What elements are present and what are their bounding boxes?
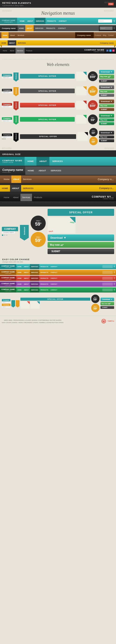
- color-nav-home-o[interactable]: HOME: [16, 270, 23, 275]
- color-search-icon-red[interactable]: ⚲: [114, 277, 115, 279]
- color-nav-home-t[interactable]: HOME: [16, 264, 23, 269]
- color-nav-about-p[interactable]: ABOUT: [23, 282, 30, 287]
- nav2-services[interactable]: SERVICES: [34, 25, 45, 31]
- download-btn-5[interactable]: Download ▼: [99, 131, 114, 135]
- nav3-about[interactable]: About: [8, 32, 16, 38]
- buy-btn-3[interactable]: Buy now: [99, 104, 114, 107]
- orig-nav1-home[interactable]: HOME: [25, 157, 36, 166]
- color-nav-services-p[interactable]: SERVICES: [30, 282, 39, 287]
- nav1-search[interactable]: Search...: [98, 19, 112, 22]
- orig-nav2-about[interactable]: ABOUT: [36, 166, 48, 175]
- color-search-icon-teal[interactable]: ⚲: [114, 266, 115, 268]
- color-search-green[interactable]: [102, 288, 113, 291]
- color-nav-services-o[interactable]: SERVICES: [30, 270, 39, 275]
- color-search-icon-orange[interactable]: ⚲: [114, 271, 115, 274]
- buy-btn-4[interactable]: Buy now: [99, 118, 114, 122]
- submit-btn-4[interactable]: SUBMIT: [99, 122, 114, 125]
- color-nav-services-t[interactable]: SERVICES: [30, 264, 39, 269]
- color-nav-products-o[interactable]: PRODUCTS: [39, 270, 50, 275]
- orig-nav4-about[interactable]: ABOUT: [10, 185, 21, 192]
- nav1-search-icon[interactable]: ⚲: [114, 20, 115, 22]
- color-nav-services-g[interactable]: SERVICES: [30, 288, 39, 292]
- color-nav-services-r[interactable]: SERVICES: [30, 276, 39, 281]
- color-nav-products-g[interactable]: PRODUCTS: [39, 288, 50, 292]
- nav2-search-icon[interactable]: ⚲: [114, 27, 115, 29]
- color-nav-products-p[interactable]: PRODUCTS: [39, 282, 50, 287]
- nav3-home[interactable]: Home: [1, 32, 8, 38]
- orig-nav2-home[interactable]: HOME: [25, 166, 36, 175]
- color-nav-about-r[interactable]: ABOUT: [23, 276, 30, 281]
- nav1-home[interactable]: HOME: [18, 18, 26, 24]
- color-nav-contact-o[interactable]: CONTACT: [50, 270, 58, 275]
- orig-download-btn[interactable]: Download ▼: [48, 234, 114, 241]
- color-nav-products-r[interactable]: PRODUCTS: [39, 276, 50, 281]
- ecc-download-btn[interactable]: Download ▼: [101, 298, 114, 301]
- nav5-home[interactable]: Home: [1, 48, 8, 54]
- ecc-buy-btn[interactable]: Buy now 49s: [101, 302, 114, 305]
- color-nav-about-g[interactable]: ABOUT: [23, 288, 30, 292]
- color-search-teal[interactable]: [102, 265, 113, 268]
- color-search-purple[interactable]: [102, 283, 113, 286]
- download-btn-2[interactable]: Download ▼: [99, 85, 114, 89]
- nav4-home[interactable]: Home: [0, 42, 8, 44]
- orig-nav2-services[interactable]: SERVICES: [48, 166, 63, 175]
- buy-btn-5[interactable]: Buy now: [99, 136, 114, 138]
- submit-btn-2[interactable]: SUBMIT: [99, 94, 114, 97]
- nav5-products[interactable]: Products: [25, 48, 34, 54]
- nav2-contact[interactable]: CONTACT: [57, 25, 67, 31]
- color-nav-contact-r[interactable]: CONTACT: [50, 276, 58, 281]
- color-search-icon-green[interactable]: ⚲: [114, 289, 115, 291]
- orig-nav5-services[interactable]: Services: [20, 194, 32, 201]
- twitter-icon[interactable]: t: [109, 50, 112, 52]
- nav1-products[interactable]: PRODUCTS: [46, 18, 57, 24]
- submit-btn-3[interactable]: SUBMIT: [99, 108, 114, 111]
- orig-buy-btn[interactable]: Buy now 49s: [48, 242, 114, 248]
- orig-nav5-home[interactable]: Home: [2, 194, 11, 201]
- color-nav-home-g[interactable]: HOME: [16, 288, 23, 292]
- nav3-services[interactable]: Services: [16, 32, 26, 38]
- color-nav-contact-p[interactable]: CONTACT: [50, 282, 58, 287]
- nav4-services[interactable]: SERVICES: [16, 42, 27, 44]
- buy-btn-2[interactable]: Buy now: [99, 90, 114, 93]
- ecc-bookmarks: [11, 300, 19, 306]
- nav5-services[interactable]: Services: [15, 48, 25, 54]
- nav1-about[interactable]: ABOUT: [26, 18, 35, 24]
- color-nav-contact-t[interactable]: CONTACT: [50, 264, 58, 269]
- color-nav-home-r[interactable]: HOME: [16, 276, 23, 281]
- instagram-icon[interactable]: in: [112, 50, 115, 52]
- color-search-icon-purple[interactable]: ⚲: [114, 283, 115, 285]
- submit-btn-1[interactable]: SUBMIT: [99, 80, 114, 82]
- orig-nav4-home[interactable]: HOME: [0, 187, 10, 190]
- orig-nav3-about[interactable]: About: [11, 176, 21, 183]
- nav5-about[interactable]: About: [8, 48, 15, 54]
- orig-nav5-products[interactable]: Products: [32, 194, 44, 201]
- color-search-orange[interactable]: [102, 271, 113, 274]
- download-btn-3[interactable]: Download ▼: [99, 100, 114, 104]
- orig-nav1-services[interactable]: SERVICES: [50, 157, 65, 166]
- nav1-services[interactable]: SERVICES: [35, 18, 46, 24]
- download-btn-1[interactable]: Download ▼: [99, 70, 114, 74]
- submit-btn-5[interactable]: SUBMIT: [99, 139, 114, 142]
- orig-nav1-about[interactable]: ABOUT: [36, 157, 50, 166]
- color-nav-home-p[interactable]: HOME: [16, 282, 23, 287]
- nav4-about[interactable]: ABOUT: [8, 40, 16, 46]
- orig-nav3-services[interactable]: Services: [21, 176, 33, 183]
- orig-submit-btn[interactable]: SUBMIT: [48, 249, 114, 254]
- nav2-products[interactable]: PRODUCTS: [45, 25, 57, 31]
- color-nav-about-o[interactable]: ABOUT: [23, 270, 30, 275]
- color-nav-contact-g[interactable]: CONTACT: [50, 288, 58, 292]
- facebook-icon[interactable]: f: [106, 50, 109, 52]
- nav1-contact[interactable]: CONTACT: [57, 18, 68, 24]
- color-nav-about-t[interactable]: ABOUT: [23, 264, 30, 269]
- nav2-search[interactable]: Search: [100, 26, 113, 30]
- ecc-submit-btn[interactable]: SUBMIT: [101, 306, 114, 309]
- orig-nav5-about[interactable]: About: [11, 194, 20, 201]
- orig-nav3-home[interactable]: Home: [2, 176, 11, 183]
- color-nav-products-t[interactable]: PRODUCTS: [39, 264, 50, 269]
- nav2-about[interactable]: ABOUT: [25, 25, 34, 31]
- color-search-red[interactable]: [102, 277, 113, 280]
- nav2-home[interactable]: HOME: [18, 25, 25, 31]
- buy-btn-1[interactable]: Buy now 49s: [99, 74, 114, 79]
- orig-nav4-services[interactable]: SERVICES: [21, 187, 35, 190]
- download-btn-4[interactable]: Download ▼: [99, 114, 114, 118]
